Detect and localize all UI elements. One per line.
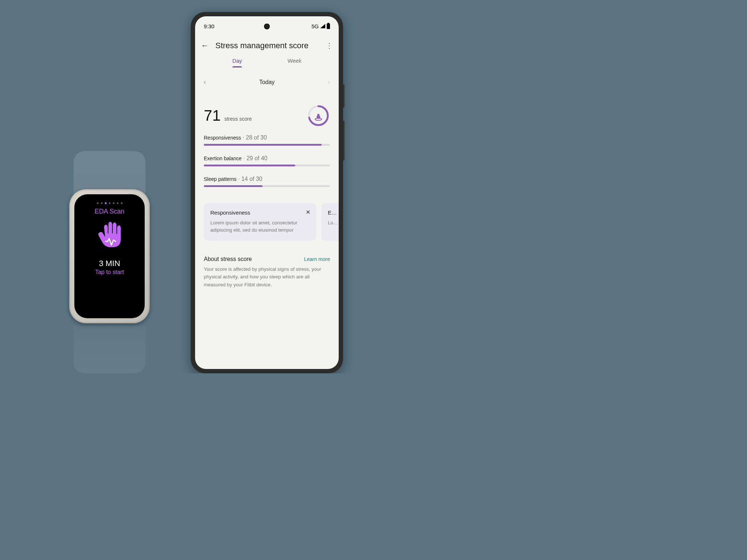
- battery-icon: [327, 24, 330, 29]
- front-camera: [264, 24, 270, 29]
- metrics-list: Responsiveness · 28 of 30Exertion balanc…: [195, 134, 339, 196]
- score-summary: 71 stress score: [195, 90, 339, 134]
- page-dot: [117, 202, 119, 204]
- metric-count: · 29 of 40: [243, 155, 268, 161]
- card-title: E…: [328, 210, 339, 216]
- close-icon[interactable]: ✕: [306, 209, 310, 216]
- page-dot: [113, 202, 115, 204]
- svg-point-4: [317, 114, 319, 116]
- status-network-label: 5G: [311, 23, 319, 29]
- metric-label: Sleep patterns: [204, 176, 236, 182]
- more-options-button[interactable]: ⋮: [326, 41, 333, 50]
- about-section-header: About stress score Learn more: [195, 247, 339, 265]
- metric-count: · 14 of 30: [238, 176, 263, 182]
- date-label: Today: [259, 79, 275, 86]
- metric-fill: [204, 185, 263, 187]
- card-title: Responsiveness: [210, 210, 310, 216]
- watch-duration-label: 3 MIN: [99, 259, 120, 268]
- watch-body: EDA Scan 3 MIN Tap to start: [69, 189, 150, 323]
- app-header: ← Stress management score ⋮: [195, 36, 339, 58]
- phone-power-button: [343, 84, 344, 108]
- page-dot: [105, 202, 107, 204]
- back-button[interactable]: ←: [201, 41, 209, 50]
- metric-row[interactable]: Responsiveness · 28 of 30: [204, 134, 330, 146]
- time-range-tabs: Day Week: [195, 58, 339, 70]
- metric-bar: [204, 185, 330, 187]
- status-time: 9:30: [204, 23, 214, 29]
- learn-more-link[interactable]: Learn more: [304, 256, 330, 262]
- tab-day[interactable]: Day: [232, 58, 242, 67]
- fitness-tracker: EDA Scan 3 MIN Tap to start: [69, 151, 150, 373]
- watch-tap-prompt[interactable]: Tap to start: [95, 269, 124, 275]
- metric-fill: [204, 165, 295, 166]
- watch-page-indicator: [97, 202, 123, 204]
- page-dot: [109, 202, 111, 204]
- info-cards-row[interactable]: ✕ResponsivenessLorem ipsum dolor sit ame…: [195, 196, 339, 247]
- card-body: Lorem ipsum dolor sit amet, consectetur …: [210, 219, 310, 234]
- hand-icon: [97, 220, 122, 252]
- page-title: Stress management score: [215, 41, 319, 50]
- page-dot: [101, 202, 103, 204]
- signal-icon: [320, 24, 325, 28]
- metric-row[interactable]: Exertion balance · 29 of 40: [204, 155, 330, 166]
- page-dot: [97, 202, 99, 204]
- phone-frame: 9:30 5G ← Stress management score ⋮ Day …: [191, 12, 343, 373]
- metric-bar: [204, 144, 330, 146]
- prev-day-button[interactable]: ‹: [204, 78, 206, 86]
- score-label: stress score: [224, 116, 252, 122]
- about-body: Your score is affected by physical signs…: [195, 265, 339, 298]
- phone-volume-button: [343, 121, 344, 161]
- next-day-button[interactable]: ›: [328, 78, 330, 86]
- metric-count: · 28 of 30: [243, 134, 267, 141]
- metric-label: Responsiveness: [204, 135, 241, 141]
- metric-label: Exertion balance: [204, 155, 242, 161]
- score-value: 71: [204, 107, 221, 124]
- page-dot: [121, 202, 123, 204]
- watch-app-title: EDA Scan: [95, 208, 124, 215]
- watch-screen[interactable]: EDA Scan 3 MIN Tap to start: [74, 194, 145, 318]
- info-card[interactable]: ✕ResponsivenessLorem ipsum dolor sit ame…: [204, 203, 316, 241]
- watch-band-bottom: [74, 326, 145, 373]
- card-body: Lo… ad…: [328, 219, 339, 227]
- metric-row[interactable]: Sleep patterns · 14 of 30: [204, 176, 330, 187]
- svg-point-3: [315, 118, 322, 120]
- metric-fill: [204, 144, 322, 146]
- score-ring-icon[interactable]: [307, 104, 330, 127]
- phone-screen: 9:30 5G ← Stress management score ⋮ Day …: [195, 16, 339, 369]
- tab-week[interactable]: Week: [288, 58, 301, 67]
- date-navigator: ‹ Today ›: [195, 70, 339, 90]
- about-title: About stress score: [204, 256, 252, 262]
- info-card[interactable]: E…Lo… ad…: [321, 203, 339, 241]
- metric-bar: [204, 165, 330, 166]
